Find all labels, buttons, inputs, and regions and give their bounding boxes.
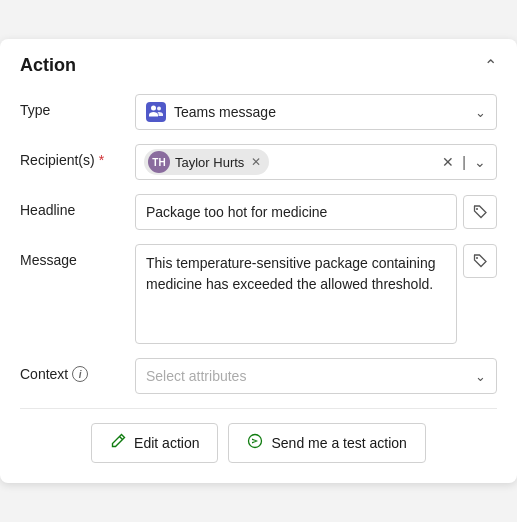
type-control: Teams message ⌄ <box>135 94 497 130</box>
recipients-label: Recipient(s) * <box>20 144 135 168</box>
svg-point-4 <box>249 435 262 448</box>
svg-point-1 <box>157 107 161 111</box>
context-dropdown[interactable]: Select attributes ⌄ <box>135 358 497 394</box>
recipient-avatar: TH <box>148 151 170 173</box>
teams-icon <box>146 102 166 122</box>
edit-action-label: Edit action <box>134 435 199 451</box>
edit-action-icon <box>110 433 126 453</box>
footer-buttons: Edit action Send me a test action <box>20 423 497 463</box>
card-header: Action ⌃ <box>20 55 497 76</box>
test-action-button[interactable]: Send me a test action <box>228 423 425 463</box>
context-row: Context i Select attributes ⌄ <box>20 358 497 394</box>
type-row: Type Teams message ⌄ <box>20 94 497 130</box>
message-control: This temperature-sensitive package conta… <box>135 244 497 344</box>
type-dropdown[interactable]: Teams message ⌄ <box>135 94 497 130</box>
recipients-field[interactable]: TH Taylor Hurts ✕ ✕ | ⌄ <box>135 144 497 180</box>
headline-label: Headline <box>20 194 135 218</box>
tag-icon <box>472 253 488 269</box>
collapse-icon[interactable]: ⌃ <box>484 56 497 75</box>
footer-separator <box>20 408 497 409</box>
recipients-chevron-icon[interactable]: ⌄ <box>472 152 488 172</box>
pencil-icon <box>110 433 126 449</box>
type-label: Type <box>20 94 135 118</box>
test-action-icon <box>247 433 263 453</box>
message-row: Message This temperature-sensitive packa… <box>20 244 497 344</box>
edit-action-button[interactable]: Edit action <box>91 423 218 463</box>
divider: | <box>460 152 468 172</box>
message-label: Message <box>20 244 135 268</box>
recipients-row: Recipient(s) * TH Taylor Hurts ✕ ✕ | ⌄ <box>20 144 497 180</box>
svg-point-3 <box>476 257 478 259</box>
required-indicator: * <box>99 152 104 168</box>
svg-rect-0 <box>146 102 166 122</box>
headline-input[interactable] <box>135 194 457 230</box>
headline-row: Headline <box>20 194 497 230</box>
context-info-icon[interactable]: i <box>72 366 88 382</box>
message-input[interactable]: This temperature-sensitive package conta… <box>135 244 457 344</box>
recipients-control: TH Taylor Hurts ✕ ✕ | ⌄ <box>135 144 497 180</box>
action-card: Action ⌃ Type Teams message ⌄ <box>0 39 517 483</box>
tag-icon <box>472 204 488 220</box>
context-label: Context i <box>20 358 135 382</box>
headline-control <box>135 194 497 230</box>
type-chevron-icon: ⌄ <box>475 105 486 120</box>
test-action-label: Send me a test action <box>271 435 406 451</box>
card-title: Action <box>20 55 76 76</box>
context-control: Select attributes ⌄ <box>135 358 497 394</box>
message-edit-button[interactable] <box>463 244 497 278</box>
recipient-name: Taylor Hurts <box>175 155 244 170</box>
context-chevron-icon: ⌄ <box>475 369 486 384</box>
recipient-tag: TH Taylor Hurts ✕ <box>144 149 269 175</box>
headline-edit-button[interactable] <box>463 195 497 229</box>
recipient-actions: ✕ | ⌄ <box>440 152 488 172</box>
svg-point-2 <box>476 208 478 210</box>
send-icon <box>247 433 263 449</box>
clear-recipients-icon[interactable]: ✕ <box>440 152 456 172</box>
recipient-remove-icon[interactable]: ✕ <box>251 155 261 169</box>
